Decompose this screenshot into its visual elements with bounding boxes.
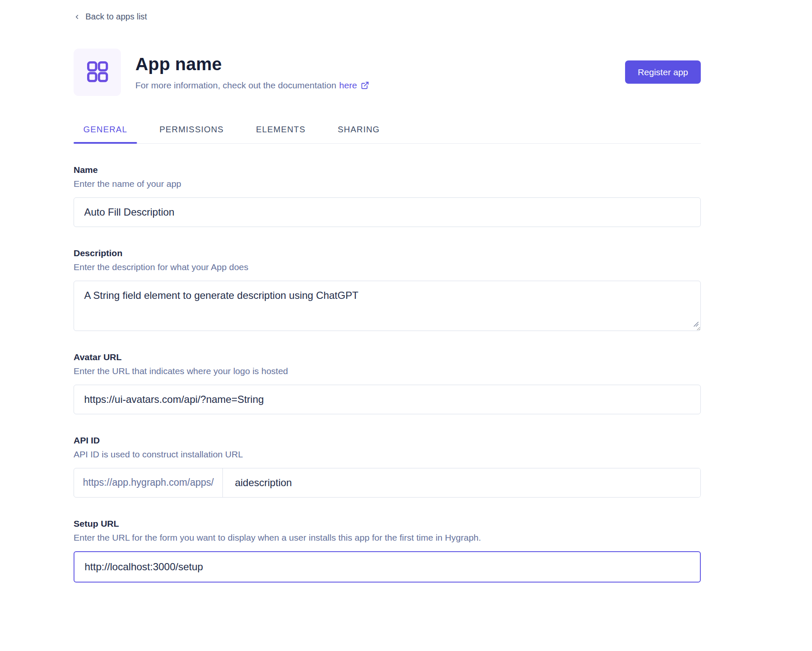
setup-url-label: Setup URL [74,519,701,529]
setup-url-helper: Enter the URL for the form you want to d… [74,533,701,543]
documentation-link[interactable]: here [339,80,357,90]
register-app-button[interactable]: Register app [625,60,701,84]
api-id-input[interactable] [223,468,700,497]
avatar-url-helper: Enter the URL that indicates where your … [74,366,701,376]
header-text: App name For more information, check out… [135,54,369,90]
name-field-section: Name Enter the name of your app [74,165,701,227]
description-textarea[interactable]: A String field element to generate descr… [74,281,701,331]
avatar-url-field-section: Avatar URL Enter the URL that indicates … [74,352,701,414]
tab-sharing[interactable]: SHARING [328,125,390,143]
tab-general[interactable]: GENERAL [74,125,137,143]
avatar-url-label: Avatar URL [74,352,701,362]
chevron-left-icon [74,13,80,21]
avatar-url-input[interactable] [74,385,701,414]
setup-url-field-section: Setup URL Enter the URL for the form you… [74,519,701,583]
description-field-section: Description Enter the description for wh… [74,248,701,331]
description-helper: Enter the description for what your App … [74,262,701,272]
tab-bar: GENERAL PERMISSIONS ELEMENTS SHARING [74,125,701,144]
grid-icon [84,58,111,87]
app-header: App name For more information, check out… [74,49,701,96]
description-label: Description [74,248,701,258]
back-to-apps-link[interactable]: Back to apps list [74,12,147,22]
api-id-url-prefix: https://app.hygraph.com/apps/ [74,468,223,497]
api-id-label: API ID [74,435,701,446]
name-label: Name [74,165,701,175]
doc-text: For more information, check out the docu… [135,80,336,90]
api-id-helper: API ID is used to construct installation… [74,449,701,460]
external-link-icon[interactable] [360,81,369,90]
tab-permissions[interactable]: PERMISSIONS [150,125,233,143]
app-avatar [74,49,121,96]
app-registration-page: Back to apps list App name For more info… [0,0,701,583]
name-helper: Enter the name of your app [74,179,701,189]
api-id-input-group: https://app.hygraph.com/apps/ [74,468,701,498]
setup-url-input[interactable] [74,551,701,583]
tab-elements[interactable]: ELEMENTS [246,125,315,143]
api-id-field-section: API ID API ID is used to construct insta… [74,435,701,498]
page-title: App name [135,54,369,74]
back-link-label: Back to apps list [85,12,147,22]
documentation-line: For more information, check out the docu… [135,80,369,90]
name-input[interactable] [74,197,701,227]
